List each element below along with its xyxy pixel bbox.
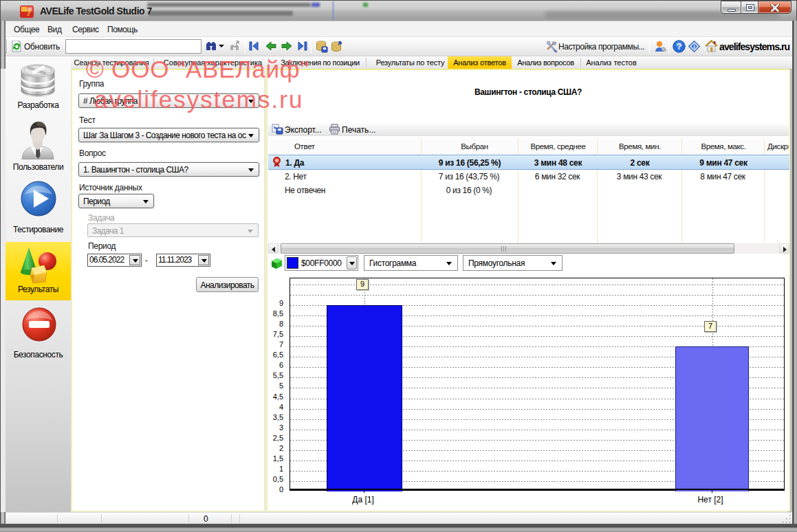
svg-text:?: ? <box>26 8 31 18</box>
svg-text:?: ? <box>677 42 681 52</box>
svg-text:i: i <box>693 43 695 50</box>
